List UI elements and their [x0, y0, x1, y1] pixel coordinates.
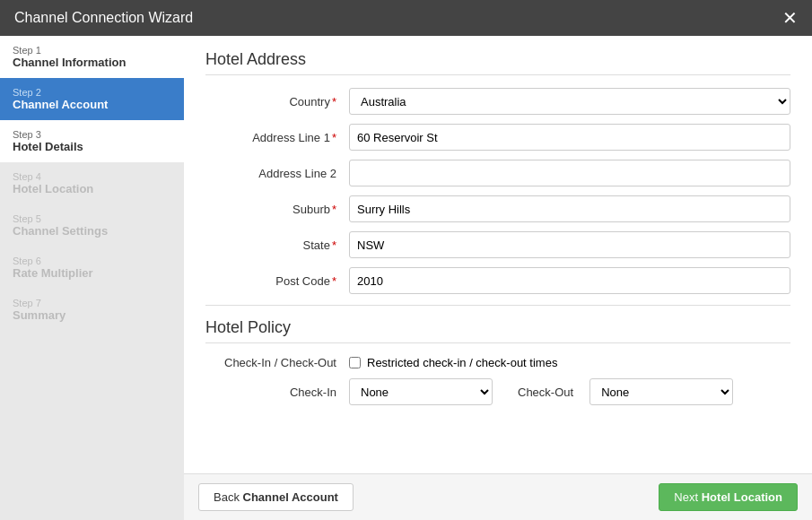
- step7-label: Step 7: [13, 298, 171, 308]
- checkin-label-wrapper: Check-In: [205, 386, 349, 399]
- back-button[interactable]: Back Channel Account: [198, 483, 354, 511]
- checkinout-checkbox-row: Restricted check-in / check-out times: [349, 356, 557, 369]
- postcode-input[interactable]: [349, 267, 790, 294]
- checkin-label: Check-In: [290, 386, 336, 399]
- checkinout-dropdowns-row: Check-In None 12:00 AM 6:00 AM 12:00 PM …: [205, 378, 790, 405]
- section-divider: [205, 305, 790, 306]
- checkinout-row: Check-In / Check-Out Restricted check-in…: [205, 356, 790, 369]
- sidebar-item-hotel-details[interactable]: Step 3 Hotel Details: [0, 120, 184, 162]
- step5-name: Channel Settings: [13, 224, 171, 238]
- address1-row: Address Line 1*: [205, 124, 790, 151]
- sidebar-item-channel-account[interactable]: Step 2 Channel Account: [0, 78, 184, 120]
- modal-body: Step 1 Channel Information Step 2 Channe…: [0, 36, 812, 520]
- step6-name: Rate Multiplier: [13, 266, 171, 280]
- back-context: Channel Account: [243, 490, 338, 504]
- sidebar-item-channel-settings: Step 5 Channel Settings: [0, 204, 184, 247]
- step3-name: Hotel Details: [13, 140, 171, 153]
- step5-label: Step 5: [13, 213, 171, 224]
- close-button[interactable]: ✕: [782, 9, 798, 27]
- next-label: Next: [674, 490, 698, 504]
- restricted-checkinout-label: Restricted check-in / check-out times: [367, 356, 557, 369]
- postcode-row: Post Code*: [205, 267, 790, 294]
- modal: Channel Connection Wizard ✕ Step 1 Chann…: [0, 0, 812, 520]
- state-input[interactable]: [349, 231, 790, 258]
- step2-name: Channel Account: [13, 98, 171, 111]
- suburb-input[interactable]: [349, 195, 790, 222]
- sidebar-item-summary: Step 7 Summary: [0, 289, 184, 331]
- sidebar-item-hotel-location: Step 4 Hotel Location: [0, 162, 184, 204]
- country-select[interactable]: Australia United States United Kingdom N…: [349, 88, 790, 115]
- suburb-row: Suburb*: [205, 195, 790, 222]
- checkout-select[interactable]: None 12:00 AM 6:00 AM 12:00 PM: [589, 378, 733, 405]
- step1-label: Step 1: [13, 45, 171, 56]
- address1-input[interactable]: [349, 124, 790, 151]
- step4-label: Step 4: [13, 171, 171, 182]
- sidebar-item-rate-multiplier: Step 6 Rate Multiplier: [0, 247, 184, 289]
- address2-row: Address Line 2: [205, 160, 790, 186]
- state-label: State*: [205, 238, 349, 252]
- checkinout-label: Check-In / Check-Out: [205, 356, 349, 369]
- state-row: State*: [205, 231, 790, 258]
- checkin-select[interactable]: None 12:00 AM 6:00 AM 12:00 PM: [349, 378, 493, 405]
- modal-footer: Back Channel Account Next Hotel Location: [184, 473, 812, 520]
- step3-label: Step 3: [13, 129, 171, 140]
- address2-input[interactable]: [349, 160, 790, 186]
- modal-title: Channel Connection Wizard: [14, 10, 193, 26]
- checkinout-fields: None 12:00 AM 6:00 AM 12:00 PM Check-Out…: [349, 378, 733, 405]
- step1-name: Channel Information: [13, 56, 171, 69]
- restricted-checkinout-checkbox[interactable]: [349, 357, 361, 368]
- address1-label: Address Line 1*: [205, 131, 349, 144]
- step6-label: Step 6: [13, 256, 171, 266]
- step7-name: Summary: [13, 308, 171, 322]
- postcode-label: Post Code*: [205, 274, 349, 288]
- sidebar: Step 1 Channel Information Step 2 Channe…: [0, 36, 184, 520]
- next-button[interactable]: Next Hotel Location: [659, 483, 798, 511]
- country-label: Country*: [205, 95, 349, 108]
- country-row: Country* Australia United States United …: [205, 88, 790, 115]
- suburb-label: Suburb*: [205, 203, 349, 216]
- content-area: Hotel Address Country* Australia United …: [184, 36, 812, 473]
- step4-name: Hotel Location: [13, 182, 171, 195]
- next-context: Hotel Location: [702, 490, 782, 504]
- main-content: Hotel Address Country* Australia United …: [184, 36, 812, 520]
- step2-label: Step 2: [13, 87, 171, 98]
- hotel-address-title: Hotel Address: [205, 50, 790, 75]
- modal-header: Channel Connection Wizard ✕: [0, 0, 812, 36]
- back-label: Back: [214, 490, 240, 504]
- hotel-policy-title: Hotel Policy: [205, 318, 790, 343]
- sidebar-item-channel-information[interactable]: Step 1 Channel Information: [0, 36, 184, 78]
- address2-label: Address Line 2: [205, 167, 349, 180]
- checkout-label: Check-Out: [518, 386, 573, 399]
